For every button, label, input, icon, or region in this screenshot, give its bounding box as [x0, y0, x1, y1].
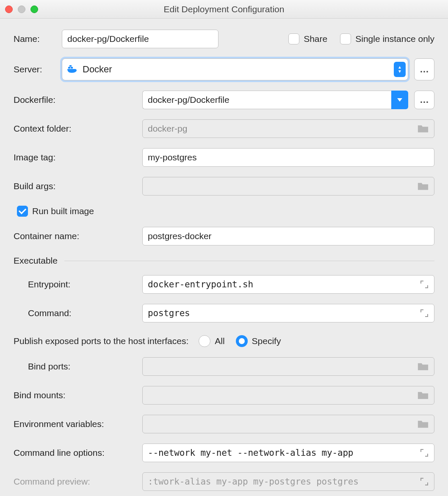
env-vars-label: Environment variables:: [14, 419, 136, 429]
image-tag-row: Image tag:: [14, 148, 434, 167]
context-folder-row: Context folder: docker-pg: [14, 119, 434, 138]
svg-rect-1: [71, 67, 73, 69]
bind-mounts-label: Bind mounts:: [14, 390, 136, 400]
name-label: Name:: [14, 34, 56, 44]
share-checkbox-wrap[interactable]: Share: [288, 33, 327, 44]
chevron-down-icon[interactable]: [391, 91, 408, 109]
expand-icon[interactable]: [420, 477, 429, 486]
single-instance-checkbox[interactable]: [340, 33, 351, 44]
titlebar: Edit Deployment Configuration: [0, 0, 448, 19]
bind-ports-row: Bind ports:: [14, 357, 434, 376]
cmd-preview-row: Command preview: :twork-alias my-app my-…: [14, 472, 434, 491]
context-folder-value: docker-pg: [148, 124, 187, 134]
env-vars-row: Environment variables:: [14, 415, 434, 433]
expand-icon[interactable]: [420, 448, 429, 457]
docker-icon: [67, 65, 78, 74]
server-row: Server: Docker …: [14, 58, 434, 80]
entrypoint-field[interactable]: docker-entrypoint.sh: [142, 275, 434, 294]
stepper-icon[interactable]: [394, 62, 406, 77]
command-label: Command:: [14, 308, 136, 318]
radio-specify-label: Specify: [252, 336, 281, 346]
divider: [64, 261, 434, 261]
dockerfile-row: Dockerfile: docker-pg/Dockerfile …: [14, 91, 434, 109]
dialog-content: Name: Share Single instance only Server:…: [0, 19, 448, 495]
svg-rect-2: [69, 65, 72, 67]
cmd-preview-label: Command preview:: [14, 477, 136, 487]
context-folder-label: Context folder:: [14, 124, 136, 134]
executable-section-label: Executable: [14, 256, 58, 266]
run-built-checkbox[interactable]: [17, 206, 28, 217]
build-args-row: Build args:: [14, 177, 434, 196]
dockerfile-combobox[interactable]: docker-pg/Dockerfile: [142, 91, 391, 109]
cli-options-value: --network my-net --network-alias my-app: [148, 448, 353, 458]
dockerfile-more-button[interactable]: …: [414, 91, 434, 109]
env-vars-field[interactable]: [142, 415, 434, 433]
cmd-preview-value: :twork-alias my-app my-postgres postgres: [148, 477, 359, 487]
publish-ports-all-wrap[interactable]: All: [199, 335, 224, 347]
container-name-label: Container name:: [14, 231, 136, 241]
dockerfile-selected: docker-pg/Dockerfile: [148, 95, 230, 105]
run-built-row: Run built image: [14, 206, 434, 217]
publish-ports-specify-wrap[interactable]: Specify: [236, 335, 281, 347]
cli-options-label: Command line options:: [14, 448, 136, 458]
context-folder-field[interactable]: docker-pg: [142, 119, 434, 138]
bind-ports-field[interactable]: [142, 357, 434, 376]
entrypoint-value: docker-entrypoint.sh: [148, 279, 253, 289]
folder-icon[interactable]: [417, 124, 429, 133]
share-label: Share: [304, 34, 327, 44]
folder-icon[interactable]: [417, 419, 429, 429]
bind-mounts-field[interactable]: [142, 386, 434, 405]
server-combobox-wrap: Docker: [62, 58, 408, 80]
command-value: postgres: [148, 308, 190, 318]
command-field[interactable]: postgres: [142, 304, 434, 322]
bind-mounts-row: Bind mounts:: [14, 386, 434, 405]
server-selected: Docker: [83, 64, 112, 75]
server-more-button[interactable]: …: [414, 58, 434, 80]
svg-rect-0: [68, 67, 70, 69]
radio-all[interactable]: [199, 335, 210, 347]
bind-ports-label: Bind ports:: [14, 361, 136, 372]
server-combobox[interactable]: Docker: [62, 58, 408, 80]
image-tag-label: Image tag:: [14, 152, 136, 163]
dockerfile-label: Dockerfile:: [14, 95, 136, 105]
build-args-label: Build args:: [14, 181, 136, 191]
server-label: Server:: [14, 64, 56, 74]
build-args-field[interactable]: [142, 177, 434, 196]
share-checkbox[interactable]: [288, 33, 299, 44]
cmd-preview-field: :twork-alias my-app my-postgres postgres: [142, 472, 434, 491]
run-built-checkbox-wrap[interactable]: Run built image: [14, 206, 94, 217]
container-name-input[interactable]: [142, 227, 434, 245]
radio-specify[interactable]: [236, 335, 248, 347]
single-instance-checkbox-wrap[interactable]: Single instance only: [340, 33, 434, 44]
single-instance-label: Single instance only: [355, 34, 434, 44]
expand-icon[interactable]: [420, 309, 429, 318]
expand-icon[interactable]: [420, 280, 429, 289]
entrypoint-label: Entrypoint:: [14, 279, 136, 289]
run-built-label: Run built image: [32, 206, 94, 216]
name-row: Name: Share Single instance only: [14, 30, 434, 48]
window-title: Edit Deployment Configuration: [0, 4, 448, 14]
image-tag-input[interactable]: [142, 148, 434, 167]
folder-icon[interactable]: [417, 391, 429, 400]
publish-ports-label: Publish exposed ports to the host interf…: [14, 336, 188, 346]
folder-icon[interactable]: [417, 362, 429, 371]
container-name-row: Container name:: [14, 227, 434, 245]
name-input[interactable]: [62, 30, 218, 48]
cli-options-field[interactable]: --network my-net --network-alias my-app: [142, 444, 434, 462]
executable-section-header: Executable: [14, 256, 434, 266]
command-row: Command: postgres: [14, 304, 434, 322]
cli-options-row: Command line options: --network my-net -…: [14, 444, 434, 462]
publish-ports-row: Publish exposed ports to the host interf…: [14, 335, 434, 347]
entrypoint-row: Entrypoint: docker-entrypoint.sh: [14, 275, 434, 294]
folder-icon[interactable]: [417, 182, 429, 191]
radio-all-label: All: [215, 336, 224, 346]
